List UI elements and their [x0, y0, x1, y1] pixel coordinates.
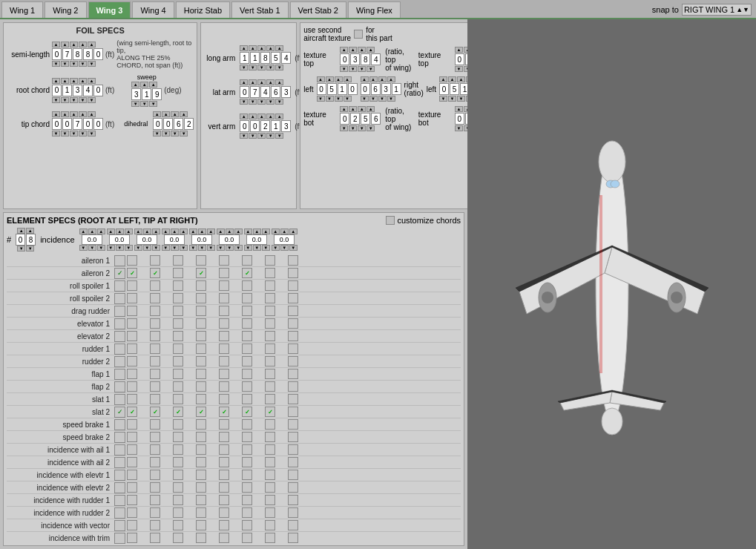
row-main-checkbox[interactable] — [114, 432, 125, 443]
col-checkbox-5[interactable] — [242, 482, 252, 493]
col-checkbox-0[interactable] — [127, 280, 137, 291]
col-checkbox-2[interactable] — [173, 280, 183, 291]
lta-dn4[interactable]: ▼ — [266, 99, 275, 105]
sl-dn4[interactable]: ▼ — [79, 61, 87, 67]
col-checkbox-3[interactable] — [196, 331, 206, 341]
dh-up3[interactable]: ▲ — [171, 111, 179, 117]
col-checkbox-5[interactable] — [242, 331, 252, 341]
col-checkbox-5[interactable] — [242, 381, 252, 392]
col-checkbox-0[interactable] — [127, 255, 137, 266]
va-up2[interactable]: ▲ — [249, 114, 257, 119]
tc-up4[interactable]: ▲ — [79, 111, 87, 117]
sl-up3[interactable]: ▲ — [70, 42, 78, 47]
col-stepper-3[interactable]: ▲▲▲ 0.0 ▼▼▼ — [134, 229, 160, 251]
col-checkbox-5[interactable] — [242, 520, 252, 530]
col-checkbox-5[interactable] — [242, 495, 252, 505]
col-checkbox-1[interactable] — [150, 381, 160, 392]
col-checkbox-6[interactable] — [265, 444, 275, 455]
row-main-checkbox[interactable] — [114, 470, 125, 481]
tc-dn4[interactable]: ▼ — [79, 131, 87, 137]
col-checkbox-6[interactable] — [265, 343, 275, 354]
col-checkbox-0[interactable] — [127, 419, 137, 430]
col-checkbox-5[interactable] — [242, 369, 252, 379]
col-checkbox-6[interactable] — [265, 268, 275, 278]
col-checkbox-0[interactable] — [127, 318, 137, 329]
tip-chord-stepper[interactable]: ▲ ▲ ▲ ▲ ▲ 0 0 7 0 0 — [52, 111, 103, 137]
tt1-up2[interactable]: ▲ — [349, 47, 357, 53]
col-checkbox-0[interactable] — [127, 495, 137, 505]
col-checkbox-2[interactable] — [173, 507, 183, 518]
col-checkbox-2[interactable] — [173, 369, 183, 379]
col-checkbox-5[interactable]: ✓ — [242, 268, 252, 278]
col-checkbox-6[interactable] — [265, 482, 275, 493]
col-checkbox-1[interactable] — [150, 293, 160, 303]
col-checkbox-5[interactable] — [242, 318, 252, 329]
num-stepper[interactable]: ▲ ▲ 08 ▼ ▼ — [16, 228, 36, 252]
col-checkbox-2[interactable] — [173, 343, 183, 354]
la-dn1[interactable]: ▼ — [240, 65, 248, 70]
col-checkbox-1[interactable] — [150, 495, 160, 505]
col-checkbox-1[interactable] — [150, 394, 160, 404]
va-dn1[interactable]: ▼ — [240, 133, 248, 139]
col-checkbox-2[interactable] — [173, 318, 183, 329]
va-dn3[interactable]: ▼ — [257, 133, 266, 139]
row-main-checkbox[interactable] — [114, 293, 125, 304]
col-checkbox-2[interactable] — [173, 255, 183, 266]
sw-up2[interactable]: ▲ — [140, 82, 148, 88]
tab-wing4[interactable]: Wing 4 — [132, 1, 174, 18]
left-stepper1[interactable]: ▲ ▲ ▲ ▲ 0510 ▼ ▼ ▼ ▼ — [317, 76, 358, 102]
rc-dn3[interactable]: ▼ — [70, 97, 78, 103]
sw-dn2[interactable]: ▼ — [140, 101, 148, 107]
col-checkbox-3[interactable] — [196, 470, 206, 480]
col-checkbox-0[interactable] — [127, 293, 137, 303]
col-checkbox-4[interactable] — [219, 331, 229, 341]
col-checkbox-2[interactable] — [173, 356, 183, 366]
tab-wing1[interactable]: Wing 1 — [1, 1, 43, 18]
customize-chords-btn[interactable]: customize chords — [386, 216, 461, 225]
col-checkbox-1[interactable] — [150, 343, 160, 354]
col-checkbox-5[interactable] — [242, 470, 252, 480]
col-checkbox-3[interactable]: ✓ — [196, 268, 206, 278]
col-checkbox-6[interactable] — [265, 318, 275, 329]
col-checkbox-6[interactable] — [265, 369, 275, 379]
tc-dn2[interactable]: ▼ — [61, 131, 69, 137]
customize-chords-checkbox[interactable] — [386, 216, 395, 225]
rc-up1[interactable]: ▲ — [52, 78, 60, 84]
col-checkbox-2[interactable] — [173, 533, 183, 543]
left-stepper2[interactable]: ▲ ▲ ▲ ▲ 0631 ▼ ▼ ▼ ▼ — [361, 76, 401, 102]
va-up1[interactable]: ▲ — [240, 114, 248, 119]
col-checkbox-6[interactable] — [265, 331, 275, 341]
sl-dn3[interactable]: ▼ — [70, 61, 78, 67]
tc-up5[interactable]: ▲ — [88, 111, 96, 117]
col-checkbox-1[interactable] — [150, 470, 160, 480]
lta-dn1[interactable]: ▼ — [240, 99, 248, 105]
col-checkbox-1[interactable] — [150, 444, 160, 455]
rc-dn1[interactable]: ▼ — [52, 97, 60, 103]
vert-arm-stepper[interactable]: ▲ ▲ ▲ ▲ ▲ 00213 ▼ ▼ ▼ — [240, 114, 291, 139]
col-checkbox-6[interactable] — [265, 457, 275, 467]
col-checkbox-4[interactable] — [219, 470, 229, 480]
tt2-dn1[interactable]: ▼ — [455, 66, 463, 72]
tab-wing2[interactable]: Wing 2 — [45, 1, 86, 18]
col-checkbox-1[interactable] — [150, 457, 160, 467]
col-checkbox-6[interactable] — [265, 356, 275, 366]
sl-up1[interactable]: ▲ — [52, 42, 60, 47]
col-checkbox-5[interactable] — [242, 432, 252, 442]
col-checkbox-0[interactable]: ✓ — [127, 407, 137, 417]
col-checkbox-3[interactable] — [196, 381, 206, 392]
col-checkbox-7[interactable] — [288, 331, 298, 341]
col-checkbox-7[interactable] — [288, 432, 298, 442]
dh-up4[interactable]: ▲ — [180, 111, 188, 117]
col-checkbox-7[interactable] — [288, 470, 298, 480]
col-checkbox-4[interactable] — [219, 369, 229, 379]
row-main-checkbox[interactable] — [114, 419, 125, 430]
col-checkbox-4[interactable] — [219, 419, 229, 430]
lta-dn5[interactable]: ▼ — [275, 99, 283, 105]
rc-up5[interactable]: ▲ — [88, 78, 96, 84]
col-checkbox-1[interactable] — [150, 306, 160, 316]
row-main-checkbox[interactable] — [114, 318, 125, 329]
col-checkbox-5[interactable] — [242, 255, 252, 266]
col-checkbox-2[interactable] — [173, 306, 183, 316]
col-checkbox-3[interactable]: ✓ — [196, 407, 206, 417]
col-checkbox-4[interactable] — [219, 482, 229, 493]
